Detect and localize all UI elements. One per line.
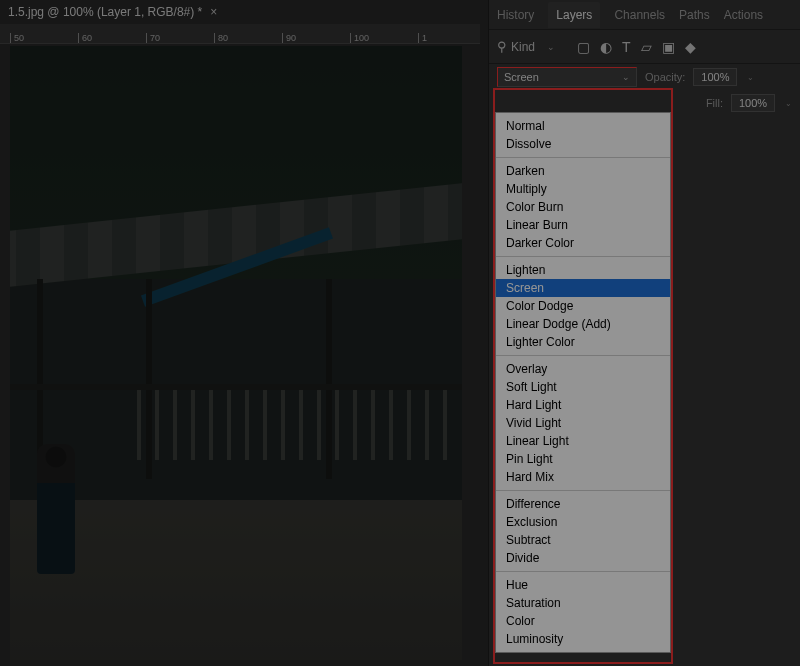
blend-option-lighter-color[interactable]: Lighter Color [496,333,670,351]
search-icon: ⚲ [497,39,507,54]
tab-paths[interactable]: Paths [679,8,710,22]
blend-option-darker-color[interactable]: Darker Color [496,234,670,252]
blend-option-color-burn[interactable]: Color Burn [496,198,670,216]
tab-layers[interactable]: Layers [548,2,600,28]
blend-option-linear-light[interactable]: Linear Light [496,432,670,450]
artboard-filter-icon[interactable]: ◆ [685,39,696,55]
blend-option-hue[interactable]: Hue [496,576,670,594]
chevron-down-icon: ⌄ [622,72,630,82]
smart-object-filter-icon[interactable]: ▣ [662,39,675,55]
close-icon[interactable]: × [210,5,217,19]
tab-actions[interactable]: Actions [724,8,763,22]
opacity-label: Opacity: [645,71,685,83]
shape-layer-filter-icon[interactable]: ▱ [641,39,652,55]
blend-option-pin-light[interactable]: Pin Light [496,450,670,468]
pixel-layer-filter-icon[interactable]: ▢ [577,39,590,55]
blend-option-darken[interactable]: Darken [496,162,670,180]
adjustment-filter-icon[interactable]: ◐ [600,39,612,55]
layer-filter-row: ⚲ Kind ⌄ ▢ ◐ T ▱ ▣ ◆ [489,30,800,64]
blend-option-color-dodge[interactable]: Color Dodge [496,297,670,315]
blend-option-luminosity[interactable]: Luminosity [496,630,670,648]
blend-mode-value: Screen [504,71,539,83]
canvas[interactable] [10,46,462,660]
blend-mode-popup[interactable]: NormalDissolveDarkenMultiplyColor BurnLi… [495,112,671,653]
blend-option-vivid-light[interactable]: Vivid Light [496,414,670,432]
blend-option-divide[interactable]: Divide [496,549,670,567]
blend-option-screen[interactable]: Screen [496,279,670,297]
blend-option-exclusion[interactable]: Exclusion [496,513,670,531]
blend-option-soft-light[interactable]: Soft Light [496,378,670,396]
blend-option-lighten[interactable]: Lighten [496,261,670,279]
document-title: 1.5.jpg @ 100% (Layer 1, RGB/8#) * [8,5,202,19]
fill-label: Fill: [706,97,723,109]
panel-tabbar: History Layers Channels Paths Actions [489,0,800,30]
blend-option-overlay[interactable]: Overlay [496,360,670,378]
blend-option-multiply[interactable]: Multiply [496,180,670,198]
ruler-horizontal: 50 60 70 80 90 100 1 [0,24,480,44]
blend-option-linear-dodge-add-[interactable]: Linear Dodge (Add) [496,315,670,333]
blend-option-saturation[interactable]: Saturation [496,594,670,612]
chevron-down-icon: ⌄ [547,42,555,52]
blend-mode-dropdown[interactable]: Screen ⌄ [497,67,637,87]
blend-option-linear-burn[interactable]: Linear Burn [496,216,670,234]
kind-label: Kind [511,40,535,54]
blend-option-difference[interactable]: Difference [496,495,670,513]
chevron-down-icon[interactable]: ⌄ [785,99,792,108]
type-layer-filter-icon[interactable]: T [622,39,631,55]
opacity-value[interactable]: 100% [693,68,737,86]
tab-channels[interactable]: Channels [614,8,665,22]
blend-option-color[interactable]: Color [496,612,670,630]
chevron-down-icon[interactable]: ⌄ [747,73,754,82]
image-overlay [10,46,462,660]
document-tab[interactable]: 1.5.jpg @ 100% (Layer 1, RGB/8#) * × [0,0,488,24]
blend-option-hard-mix[interactable]: Hard Mix [496,468,670,486]
blend-option-dissolve[interactable]: Dissolve [496,135,670,153]
kind-filter-dropdown[interactable]: ⚲ Kind ⌄ [497,39,555,54]
tab-history[interactable]: History [497,8,534,22]
fill-value[interactable]: 100% [731,94,775,112]
blend-option-hard-light[interactable]: Hard Light [496,396,670,414]
blend-option-subtract[interactable]: Subtract [496,531,670,549]
blend-option-normal[interactable]: Normal [496,117,670,135]
